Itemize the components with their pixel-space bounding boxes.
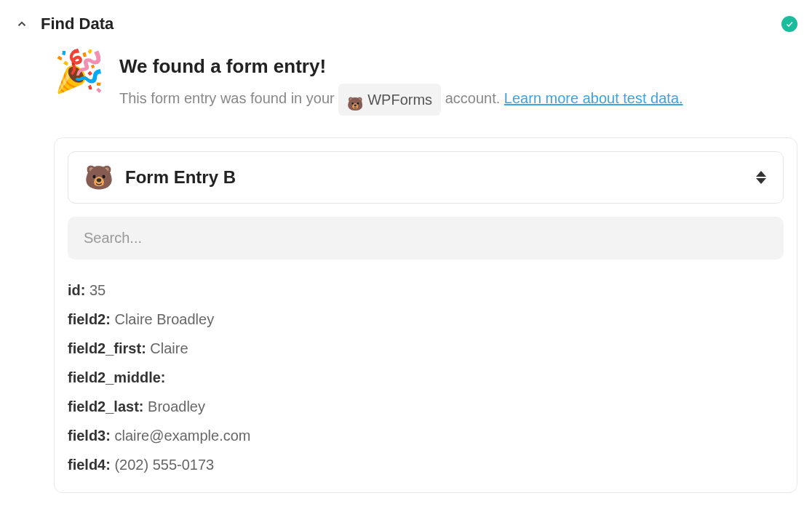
- learn-more-link[interactable]: Learn more about test data.: [504, 90, 683, 106]
- field-row: field2_middle:: [68, 363, 784, 392]
- form-entry-selector[interactable]: 🐻 Form Entry B: [68, 151, 784, 204]
- status-success-icon: [781, 16, 797, 32]
- field-key: field2_middle:: [68, 369, 165, 385]
- field-key: field3:: [68, 428, 114, 444]
- search-input[interactable]: [68, 217, 784, 260]
- wpforms-badge-label: WPForms: [367, 87, 432, 113]
- found-banner: 🎉 We found a form entry! This form entry…: [54, 55, 797, 116]
- field-value: 35: [89, 282, 106, 298]
- field-value: Broadley: [148, 398, 205, 414]
- chevron-up-icon: [15, 17, 28, 31]
- field-key: id:: [68, 282, 89, 298]
- entry-panel: 🐻 Form Entry B id: 35field2: Claire Broa…: [54, 137, 797, 493]
- fields-list[interactable]: id: 35field2: Claire Broadleyfield2_firs…: [68, 276, 784, 479]
- field-key: field2_first:: [68, 340, 150, 356]
- field-row: field2_last: Broadley: [68, 392, 784, 421]
- field-value: Claire Broadley: [114, 311, 214, 327]
- select-updown-icon: [755, 171, 767, 184]
- field-key: field4:: [68, 457, 114, 473]
- party-popper-icon: 🎉: [54, 51, 105, 116]
- field-row: field2_first: Claire: [68, 334, 784, 363]
- section-header: Find Data: [15, 15, 797, 33]
- field-value: Claire: [150, 340, 188, 356]
- field-value: claire@example.com: [114, 428, 250, 444]
- wpforms-icon: 🐻: [347, 92, 362, 107]
- found-desc-suffix: account.: [445, 90, 504, 106]
- found-description: This form entry was found in your 🐻 WPFo…: [119, 84, 797, 116]
- collapse-toggle[interactable]: [15, 17, 29, 31]
- field-row: field4: (202) 555-0173: [68, 450, 784, 479]
- found-desc-prefix: This form entry was found in your: [119, 90, 338, 106]
- field-row: field2: Claire Broadley: [68, 305, 784, 334]
- wpforms-badge: 🐻 WPForms: [338, 84, 441, 116]
- wpforms-bear-icon: 🐻: [84, 164, 114, 191]
- field-key: field2:: [68, 311, 114, 327]
- field-row: field3: claire@example.com: [68, 421, 784, 450]
- field-value: (202) 555-0173: [114, 457, 214, 473]
- section-title: Find Data: [41, 15, 114, 33]
- selector-label: Form Entry B: [125, 167, 236, 188]
- found-heading: We found a form entry!: [119, 55, 797, 78]
- field-key: field2_last:: [68, 398, 148, 414]
- field-row: id: 35: [68, 276, 784, 305]
